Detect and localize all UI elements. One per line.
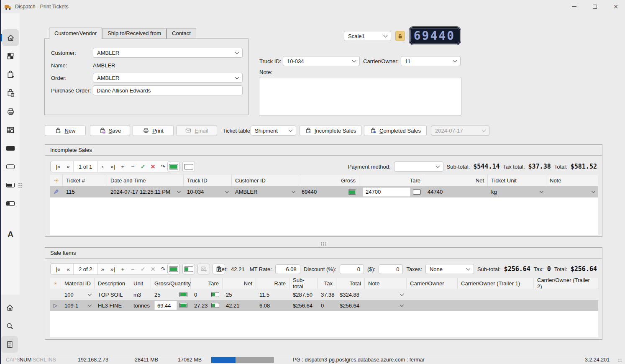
cancel-record-button[interactable]: ✕: [148, 161, 158, 172]
discount-percent-input[interactable]: 0: [340, 264, 364, 274]
sidebar-item-documents[interactable]: [3, 338, 16, 351]
rate-cell[interactable]: 6.08: [256, 300, 289, 311]
column-header[interactable]: Truck ID: [184, 175, 232, 186]
column-header[interactable]: Date and Time: [107, 175, 184, 186]
description-cell[interactable]: HL3 FINE: [95, 300, 130, 311]
tare-cell[interactable]: 27.23: [191, 300, 223, 311]
taxes-select[interactable]: None: [425, 264, 474, 274]
column-header[interactable]: Tare: [191, 278, 223, 289]
purchase-order-input[interactable]: Diane Allison Edwards: [93, 85, 243, 95]
column-header[interactable]: Customer ID: [232, 175, 298, 186]
completed-sales-button[interactable]: Completed Sales: [364, 125, 427, 136]
read-tare-from-scale-button[interactable]: [182, 264, 195, 274]
read-gross-from-scale-button[interactable]: [167, 161, 180, 172]
read-tare-from-scale-button[interactable]: [182, 161, 195, 172]
scale-empty-icon[interactable]: [413, 190, 421, 195]
column-header[interactable]: Net: [223, 278, 256, 289]
carrier-owner-trailer1-cell[interactable]: [458, 289, 534, 300]
nav-next-button[interactable]: »: [98, 264, 108, 274]
refresh-button[interactable]: ↷: [158, 161, 168, 172]
tare-cell[interactable]: 0: [191, 289, 223, 300]
tab-customer-vendor[interactable]: Customer/Vendor: [49, 28, 102, 39]
ticket-table-select[interactable]: Shipment: [251, 126, 296, 136]
unit-cell[interactable]: m3: [130, 289, 151, 300]
panel-splitter-grip[interactable]: [320, 242, 327, 246]
customer-id-cell[interactable]: AMBLER: [232, 186, 298, 197]
new-ticket-button[interactable]: New: [45, 125, 86, 136]
material-id-cell[interactable]: 109-1: [61, 300, 95, 311]
mt-rate-input[interactable]: 6.08: [275, 264, 300, 274]
payment-method-select[interactable]: [394, 161, 443, 172]
customer-select[interactable]: AMBLER: [93, 48, 243, 58]
column-header[interactable]: Ticket Unit: [488, 175, 546, 186]
carrier-owner-select[interactable]: 11: [401, 56, 461, 66]
column-header[interactable]: Note: [365, 278, 407, 289]
read-gross-from-scale-button[interactable]: [167, 264, 180, 274]
refresh-button[interactable]: ↷: [158, 264, 168, 274]
chevron-down-icon[interactable]: [292, 189, 296, 193]
gross-quantity-cell[interactable]: 69.44: [151, 300, 191, 311]
sidebar-item-ticket-lookup[interactable]: [4, 123, 17, 137]
sidebar-item-search[interactable]: [3, 319, 16, 333]
scale-part-icon[interactable]: [211, 303, 219, 308]
chevron-down-icon[interactable]: [88, 302, 92, 307]
column-header[interactable]: Rate: [256, 278, 289, 289]
save-ticket-button[interactable]: Save: [90, 125, 130, 136]
column-header[interactable]: Tax: [318, 278, 336, 289]
column-header[interactable]: Unit: [130, 278, 151, 289]
nav-first-button[interactable]: |«: [53, 264, 63, 274]
column-header[interactable]: Carrier/Owner (Trailer 2): [534, 278, 598, 289]
carrier-owner-trailer1-cell[interactable]: [458, 300, 534, 311]
date-time-cell[interactable]: 2024-07-17 12:25:11 PM: [107, 186, 184, 197]
delete-record-button[interactable]: −: [128, 264, 138, 274]
chevron-down-icon[interactable]: [540, 189, 544, 193]
note-cell[interactable]: [365, 289, 407, 300]
scale-full-icon[interactable]: [348, 190, 356, 195]
truck-id-cell[interactable]: 10-034: [184, 186, 232, 197]
close-button[interactable]: ✕: [606, 0, 625, 13]
minimize-button[interactable]: [564, 0, 584, 13]
chevron-down-icon[interactable]: [400, 292, 404, 296]
nav-first-button[interactable]: |«: [53, 161, 63, 172]
column-header[interactable]: Carrier/Owner: [407, 278, 458, 289]
tab-ship-to[interactable]: Ship to/Received from: [102, 28, 166, 38]
sidebar-item-scale-inbound[interactable]: [4, 178, 17, 192]
note-textarea[interactable]: [259, 77, 461, 116]
column-header[interactable]: Carrier/Owner (Trailer 1): [458, 278, 534, 289]
material-id-cell[interactable]: 100: [61, 289, 95, 300]
carrier-owner-cell[interactable]: [407, 300, 458, 311]
sidebar-item-print[interactable]: [4, 105, 17, 118]
column-header[interactable]: Ticket #: [63, 175, 107, 186]
column-header[interactable]: Tare: [359, 175, 424, 186]
column-header[interactable]: Note: [546, 175, 598, 186]
truck-id-select[interactable]: 10-034: [283, 56, 360, 66]
delete-record-button[interactable]: −: [128, 161, 138, 172]
nav-last-button[interactable]: »|: [108, 161, 118, 172]
ticket-unit-cell[interactable]: kg: [488, 186, 546, 197]
gross-quantity-cell[interactable]: 25: [151, 289, 191, 300]
column-header[interactable]: Gross/Quantity: [151, 278, 191, 289]
chevron-down-icon[interactable]: [177, 189, 181, 193]
order-select[interactable]: AMBLER: [93, 73, 243, 83]
tare-cell[interactable]: 24700: [359, 186, 424, 197]
confirm-record-button[interactable]: ✓: [138, 161, 148, 172]
nav-last-button[interactable]: »|: [108, 264, 118, 274]
note-cell[interactable]: [546, 186, 598, 197]
column-header[interactable]: Material ID: [61, 278, 95, 289]
sidebar-item-scale-full[interactable]: [4, 141, 17, 155]
chevron-down-icon[interactable]: [88, 292, 92, 296]
sidebar-item-dashboard[interactable]: [4, 49, 17, 63]
scale-full-icon[interactable]: [179, 292, 187, 297]
tab-contact[interactable]: Contact: [166, 28, 196, 38]
nav-previous-button[interactable]: «: [63, 264, 73, 274]
carrier-owner-trailer2-cell[interactable]: [534, 300, 598, 311]
scale-select[interactable]: Scale1: [344, 31, 391, 41]
print-ticket-button[interactable]: Print: [133, 125, 174, 136]
scale-part-icon[interactable]: [211, 292, 219, 297]
sidebar-item-home-bottom[interactable]: [3, 301, 16, 314]
unit-cell[interactable]: tonnes: [130, 300, 151, 311]
carrier-owner-cell[interactable]: [407, 289, 458, 300]
column-header[interactable]: Total: [336, 278, 365, 289]
nav-previous-button[interactable]: «: [63, 161, 73, 172]
chevron-down-icon[interactable]: [400, 302, 404, 307]
